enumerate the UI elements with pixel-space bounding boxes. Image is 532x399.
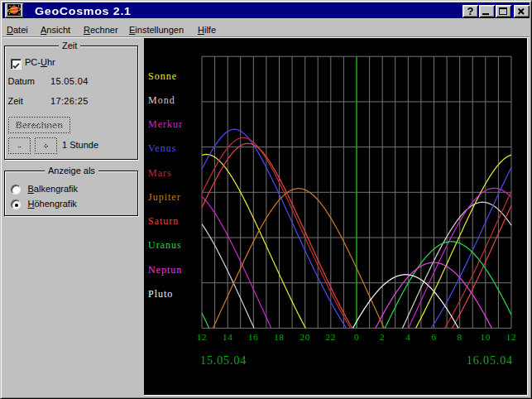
svg-text:6: 6 <box>431 332 436 342</box>
svg-text:16.05.04: 16.05.04 <box>467 354 513 367</box>
svg-text:10: 10 <box>481 332 491 342</box>
svg-text:20: 20 <box>300 332 310 342</box>
svg-text:16: 16 <box>248 332 259 342</box>
svg-text:0: 0 <box>354 332 359 342</box>
svg-text:15.05.04: 15.05.04 <box>200 354 247 367</box>
svg-text:2: 2 <box>380 332 385 342</box>
svg-text:12: 12 <box>197 332 208 342</box>
svg-text:8: 8 <box>458 332 463 342</box>
svg-text:12: 12 <box>506 332 517 342</box>
svg-text:22: 22 <box>326 332 337 342</box>
svg-text:14: 14 <box>223 332 233 342</box>
svg-text:18: 18 <box>274 332 285 342</box>
svg-text:4: 4 <box>405 332 410 342</box>
